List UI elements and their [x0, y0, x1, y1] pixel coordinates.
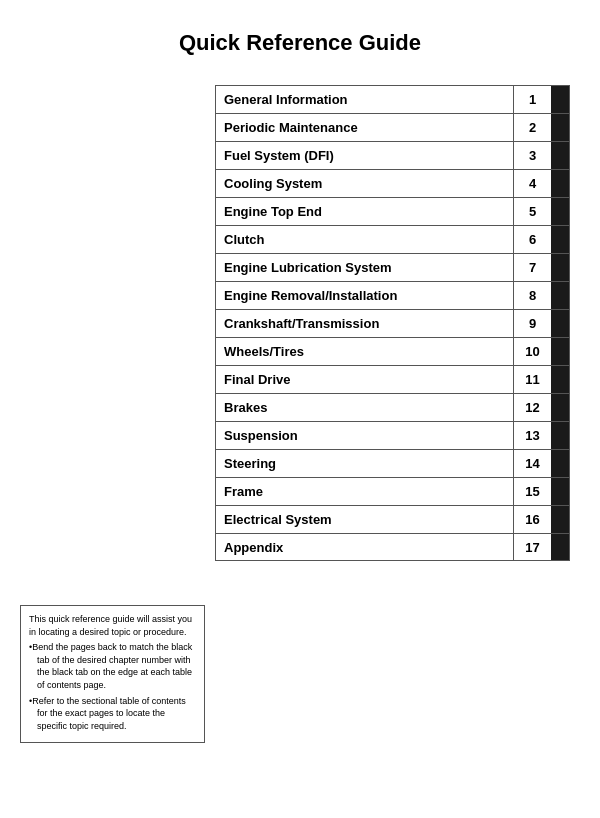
toc-tab — [551, 422, 569, 449]
toc-tab — [551, 534, 569, 560]
toc-label: Cooling System — [216, 170, 513, 197]
toc-row: Clutch6 — [215, 225, 570, 253]
toc-number: 1 — [513, 86, 551, 113]
note-box: This quick reference guide will assist y… — [20, 605, 205, 743]
toc-row: Brakes12 — [215, 393, 570, 421]
toc-label: Periodic Maintenance — [216, 114, 513, 141]
toc-label: Electrical System — [216, 506, 513, 533]
toc-label: Frame — [216, 478, 513, 505]
toc-number: 12 — [513, 394, 551, 421]
note-bullet2: •Refer to the sectional table of content… — [29, 695, 196, 733]
toc-tab — [551, 310, 569, 337]
toc-number: 10 — [513, 338, 551, 365]
toc-label: Suspension — [216, 422, 513, 449]
toc-number: 3 — [513, 142, 551, 169]
toc-number: 15 — [513, 478, 551, 505]
toc-label: Appendix — [216, 534, 513, 560]
toc-row: Final Drive11 — [215, 365, 570, 393]
toc-tab — [551, 366, 569, 393]
toc-row: Steering14 — [215, 449, 570, 477]
toc-tab — [551, 198, 569, 225]
toc-number: 5 — [513, 198, 551, 225]
toc-row: Appendix17 — [215, 533, 570, 561]
toc-row: Suspension13 — [215, 421, 570, 449]
toc-number: 6 — [513, 226, 551, 253]
page-title: Quick Reference Guide — [20, 30, 580, 56]
toc-tab — [551, 506, 569, 533]
toc-number: 8 — [513, 282, 551, 309]
toc-number: 13 — [513, 422, 551, 449]
toc-tab — [551, 478, 569, 505]
toc-label: Fuel System (DFI) — [216, 142, 513, 169]
toc-tab — [551, 114, 569, 141]
toc-tab — [551, 282, 569, 309]
toc-row: Electrical System16 — [215, 505, 570, 533]
toc-tab — [551, 170, 569, 197]
toc-number: 7 — [513, 254, 551, 281]
toc-label: Clutch — [216, 226, 513, 253]
toc-number: 9 — [513, 310, 551, 337]
note-line1: This quick reference guide will assist y… — [29, 613, 196, 638]
toc-row: Engine Top End5 — [215, 197, 570, 225]
toc-row: Wheels/Tires10 — [215, 337, 570, 365]
toc-tab — [551, 450, 569, 477]
toc-label: Engine Removal/Installation — [216, 282, 513, 309]
toc-row: Frame15 — [215, 477, 570, 505]
toc-label: Engine Top End — [216, 198, 513, 225]
toc-number: 4 — [513, 170, 551, 197]
toc-row: Periodic Maintenance2 — [215, 113, 570, 141]
toc-label: Final Drive — [216, 366, 513, 393]
toc-number: 17 — [513, 534, 551, 560]
toc-tab — [551, 394, 569, 421]
toc-tab — [551, 338, 569, 365]
toc-container: General Information1Periodic Maintenance… — [215, 85, 570, 561]
toc-label: Steering — [216, 450, 513, 477]
toc-row: Crankshaft/Transmission9 — [215, 309, 570, 337]
toc-number: 16 — [513, 506, 551, 533]
toc-number: 14 — [513, 450, 551, 477]
toc-label: Wheels/Tires — [216, 338, 513, 365]
toc-row: Engine Lubrication System7 — [215, 253, 570, 281]
toc-row: Engine Removal/Installation8 — [215, 281, 570, 309]
toc-label: Crankshaft/Transmission — [216, 310, 513, 337]
toc-label: Brakes — [216, 394, 513, 421]
toc-tab — [551, 142, 569, 169]
toc-label: General Information — [216, 86, 513, 113]
note-bullet1: •Bend the pages back to match the black … — [29, 641, 196, 691]
toc-number: 2 — [513, 114, 551, 141]
toc-tab — [551, 254, 569, 281]
toc-number: 11 — [513, 366, 551, 393]
toc-tab — [551, 226, 569, 253]
toc-label: Engine Lubrication System — [216, 254, 513, 281]
page: Quick Reference Guide General Informatio… — [0, 0, 600, 818]
toc-row: Fuel System (DFI)3 — [215, 141, 570, 169]
toc-tab — [551, 86, 569, 113]
toc-row: General Information1 — [215, 85, 570, 113]
toc-row: Cooling System4 — [215, 169, 570, 197]
